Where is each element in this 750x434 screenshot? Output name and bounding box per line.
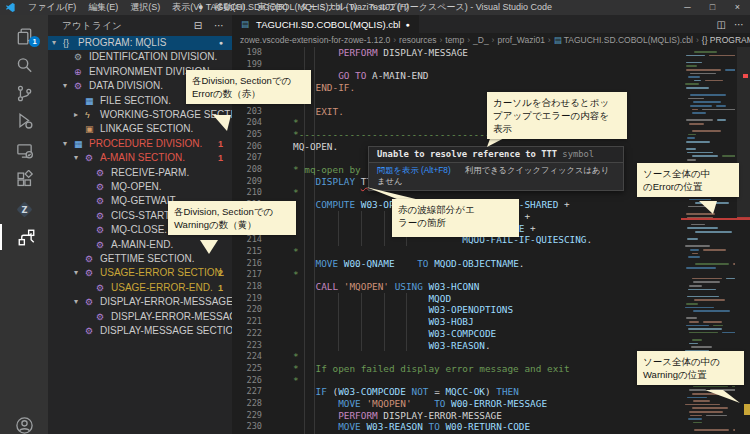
code-line[interactable]: 199: [232, 59, 750, 71]
line-number[interactable]: 229: [238, 410, 262, 422]
outline-item[interactable]: ⚙IDENTIFICATION DIVISION.: [48, 50, 232, 64]
code-line[interactable]: 198 PERFORM DISPLAY-MESSAGE: [232, 47, 750, 59]
line-number[interactable]: 227: [238, 386, 262, 398]
remote-explorer-icon[interactable]: [0, 137, 48, 163]
breadcrumb-item[interactable]: resources: [399, 35, 436, 45]
line-number[interactable]: 198: [238, 47, 262, 59]
chevron-icon[interactable]: ▸: [74, 108, 83, 122]
line-number[interactable]: 199: [238, 59, 262, 71]
outline-item[interactable]: ⚙GETTIME SECTION.: [48, 252, 232, 266]
search-icon[interactable]: [0, 52, 48, 78]
menu-item-5[interactable]: 実行(R): [251, 2, 294, 12]
chevron-icon[interactable]: ▾: [74, 266, 83, 280]
line-number[interactable]: 225: [238, 363, 262, 375]
menu-item-7[interactable]: ヘルプ(H): [363, 2, 415, 12]
minimap-line: [689, 389, 706, 391]
chevron-icon[interactable]: ▾: [52, 36, 61, 50]
menu-item-0[interactable]: ファイル(F): [22, 2, 82, 12]
breadcrumb-item[interactable]: zowe.vscode-extension-for-zowe-1.12.0: [240, 35, 390, 45]
code-line[interactable]: 228 MOVE 'MQOPEN' TO W00-ERROR-MESSAGE: [232, 398, 750, 410]
breadcrumb-item[interactable]: temp: [445, 35, 464, 45]
minimap-line: [687, 137, 695, 139]
outline-item[interactable]: ▸ϟWORKING-STORAGE SECTION.: [48, 108, 232, 122]
line-number[interactable]: 221: [238, 316, 262, 328]
line-number[interactable]: 223: [238, 340, 262, 352]
outline-item[interactable]: ▾⚙USAGE-ERROR SECTION.2: [48, 266, 232, 280]
maximize-button[interactable]: □: [700, 0, 725, 15]
line-number[interactable]: 204: [238, 117, 262, 129]
outline-item[interactable]: ⚙MQ-OPEN.: [48, 180, 232, 194]
code-line[interactable]: 230 MOVE W03-REASON TO W00-RETURN-CODE: [232, 421, 750, 433]
code-line[interactable]: 229 PERFORM DISPLAY-ERROR-MESSAGE: [232, 410, 750, 422]
collapse-all-icon[interactable]: ⊟: [194, 20, 202, 31]
outline-item[interactable]: ⚙RECEIVE-PARM.: [48, 166, 232, 180]
line-number[interactable]: 222: [238, 328, 262, 340]
extensions-icon[interactable]: [0, 166, 48, 192]
line-number[interactable]: 216: [238, 258, 262, 270]
code-line[interactable]: 218 CALL 'MQOPEN' USING W03-HCONN: [232, 281, 750, 293]
line-number[interactable]: 210: [238, 187, 262, 199]
minimize-button[interactable]: ─: [675, 0, 700, 15]
cobol-flow-icon[interactable]: [0, 224, 50, 250]
line-number[interactable]: 214: [238, 234, 262, 246]
split-editor-icon[interactable]: ◫: [717, 19, 726, 30]
line-number[interactable]: 219: [238, 293, 262, 305]
code-line[interactable]: 220 W03-OPENOPTIONS: [232, 304, 750, 316]
code-line[interactable]: 223 W03-REASON.: [232, 340, 750, 352]
line-number[interactable]: 217: [238, 269, 262, 281]
chevron-icon[interactable]: ▾: [63, 79, 72, 93]
explorer-icon[interactable]: 1: [0, 23, 48, 49]
tab-active[interactable]: ▤ TAGUCHI.SD.COBOL(MQLIS).cbl ●: [232, 15, 419, 33]
line-number[interactable]: 226: [238, 375, 262, 387]
outline-item[interactable]: ▾⚙DISPLAY-ERROR-MESSAGE SECTION.: [48, 295, 232, 309]
code-line[interactable]: 217*: [232, 269, 750, 281]
line-number[interactable]: 218: [238, 281, 262, 293]
line-number[interactable]: 205: [238, 129, 262, 141]
breadcrumb-item[interactable]: _D_: [473, 35, 489, 45]
line-number[interactable]: 209: [238, 176, 262, 188]
minimap-line: [688, 289, 717, 291]
code-line[interactable]: 227 IF (W03-COMPCODE NOT = MQCC-OK) THEN: [232, 386, 750, 398]
code-line[interactable]: 215*: [232, 246, 750, 258]
outline-item[interactable]: ▣LINKAGE SECTION.: [48, 122, 232, 136]
code-line[interactable]: 221 W03-HOBJ: [232, 316, 750, 328]
breadcrumb-item[interactable]: prof_Wazi01: [497, 35, 544, 45]
source-control-icon[interactable]: [0, 80, 48, 106]
line-number[interactable]: 215: [238, 246, 262, 258]
outline-item[interactable]: ▾⚙A-MAIN SECTION.1: [48, 151, 232, 165]
chevron-icon[interactable]: ▾: [74, 295, 83, 309]
view-problem-link[interactable]: 問題を表示 (Alt+F8): [377, 165, 451, 175]
chevron-icon[interactable]: ▾: [74, 151, 83, 165]
outline-label: DISPLAY-ERROR-MESSAGE-END.: [111, 310, 232, 324]
line-number[interactable]: 208: [238, 164, 262, 176]
zowe-icon[interactable]: Z: [0, 196, 48, 222]
outline-item[interactable]: ⚙USAGE-ERROR-END.1: [48, 281, 232, 295]
line-number[interactable]: 207: [238, 152, 262, 164]
line-number[interactable]: 203: [238, 106, 262, 118]
line-number[interactable]: 228: [238, 398, 262, 410]
code-line[interactable]: 222 W03-COMPCODE: [232, 328, 750, 340]
account-icon[interactable]: [0, 412, 48, 434]
menu-item-1[interactable]: 編集(E): [82, 2, 124, 12]
line-number[interactable]: 220: [238, 304, 262, 316]
code-line[interactable]: 216 MOVE W00-QNAME TO MQOD-OBJECTNAME.: [232, 258, 750, 270]
breadcrumb-item[interactable]: ▤TAGUCHI.SD.COBOL(MQLIS).cbl: [554, 35, 693, 45]
outline-item[interactable]: ⚙A-MAIN-END.: [48, 238, 232, 252]
menu-item-6[interactable]: ターミナル(T): [294, 2, 363, 12]
outline-item[interactable]: ▾{}PROGRAM: MQLIS●: [48, 36, 232, 50]
outline-item[interactable]: ⚙DISPLAY-ERROR-MESSAGE-END.: [48, 310, 232, 324]
menu-item-2[interactable]: 選択(S): [124, 2, 166, 12]
code-line[interactable]: 219 MQOD: [232, 293, 750, 305]
more-actions-icon[interactable]: ⋯: [214, 20, 224, 31]
line-number[interactable]: 206: [238, 141, 262, 153]
close-button[interactable]: ×: [725, 0, 750, 15]
menu-item-3[interactable]: 表示(V): [166, 2, 208, 12]
line-number[interactable]: 224: [238, 351, 262, 363]
outline-item[interactable]: ▾▦PROCEDURE DIVISION.1: [48, 137, 232, 151]
chevron-icon[interactable]: ▾: [63, 137, 72, 151]
run-debug-icon[interactable]: [0, 107, 48, 133]
outline-label: IDENTIFICATION DIVISION.: [89, 50, 217, 64]
line-number[interactable]: 230: [238, 421, 262, 433]
outline-item[interactable]: ⚙DISPLAY-MESSAGE SECTION.: [48, 324, 232, 338]
menu-item-4[interactable]: 移動(G): [208, 2, 251, 12]
